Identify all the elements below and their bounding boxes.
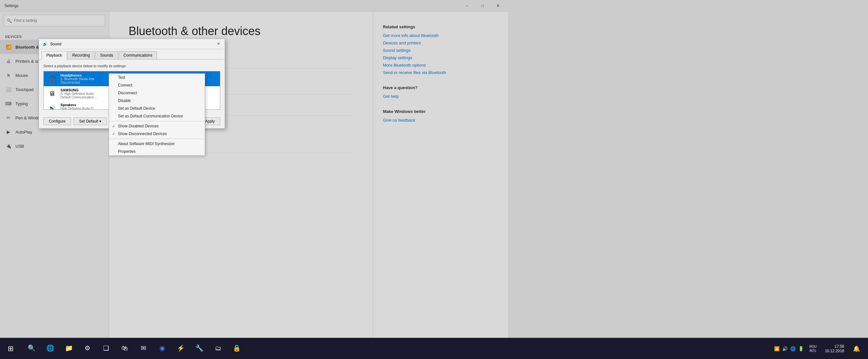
taskbar-settings[interactable]: ⚙ [79, 339, 96, 358]
ctx-set-comm[interactable]: Set as Default Communication Device [109, 112, 205, 120]
send-receive-link[interactable]: Send or receive files via Bluetooth [383, 70, 498, 75]
related-settings-title: Related settings [383, 25, 498, 29]
taskbar-file-explorer[interactable]: 📁 [60, 339, 78, 358]
taskbar-edge[interactable]: 🌐 [41, 339, 59, 358]
feedback-title: Make Windows better [383, 109, 498, 114]
tab-communications[interactable]: Communications [119, 51, 157, 59]
sidebar-item-label-usb: USB [16, 144, 24, 149]
ctx-separator-1 [109, 121, 205, 121]
ctx-test[interactable]: Test [109, 74, 205, 81]
autoplay-icon: ▶ [5, 129, 11, 135]
sound-dialog-icon: 🔊 [43, 42, 48, 46]
configure-button[interactable]: Configure [43, 117, 71, 125]
close-button[interactable]: ✕ [491, 1, 505, 10]
minimize-button[interactable]: − [460, 1, 474, 10]
maximize-button[interactable]: □ [475, 1, 490, 10]
samsung-list-text: SAMSUNG 3- High Definition Audio Default… [60, 88, 96, 99]
page-title: Bluetooth & other devices [129, 25, 353, 38]
related-panel: Related settings Get more info about Blu… [373, 11, 508, 359]
sidebar-item-usb[interactable]: 🔌 USB [0, 139, 109, 153]
feedback-section: Make Windows better Give us feedback [383, 109, 498, 123]
ctx-properties[interactable]: Properties [109, 148, 205, 155]
headphones-status: Disconnected [60, 81, 94, 84]
sidebar-item-label-touchpad: Touchpad [16, 87, 33, 92]
speakers-list-text: Speakers High Definition Audio D Default… [60, 103, 94, 110]
usb-icon: 🔌 [5, 143, 11, 149]
clock-time: 17:56 [825, 344, 844, 349]
sound-dialog-tabs: Playback Recording Sounds Communications [39, 49, 225, 60]
dialog-description: Select a playback device below to modify… [43, 64, 220, 68]
typing-icon: ⌨ [5, 100, 11, 107]
headphones-name: Headphones [60, 73, 94, 77]
have-question-title: Have a question? [383, 85, 498, 90]
sidebar-item-label-typing: Typing [16, 101, 28, 106]
bluetooth-icon: 📶 [5, 44, 11, 50]
speakers-desc: High Definition Audio D [60, 107, 94, 110]
ctx-disconnect[interactable]: Disconnect [109, 89, 205, 97]
samsung-name: SAMSUNG [60, 88, 96, 92]
taskbar-chrome[interactable]: ◉ [153, 339, 171, 358]
touchpad-icon: ⬜ [5, 86, 11, 93]
taskbar-right: 🔼 🔊 🌐 🔋 ROU INTL 17:56 10.12.2018 🔔 [774, 342, 868, 355]
tab-recording[interactable]: Recording [67, 51, 95, 59]
set-default-button[interactable]: Set Default ▾ [73, 117, 107, 125]
clock-date: 10.12.2018 [825, 349, 844, 353]
taskbar-store[interactable]: 🛍 [116, 339, 134, 358]
get-more-info-link[interactable]: Get more info about Bluetooth [383, 33, 498, 38]
systray-network[interactable]: 🌐 [790, 346, 796, 351]
titlebar-controls: − □ ✕ [460, 1, 505, 10]
show-disconnected-check: ✓ [112, 132, 115, 136]
devices-printers-link[interactable]: Devices and printers [383, 40, 498, 46]
more-bluetooth-link[interactable]: More Bluetooth options [383, 63, 498, 67]
sound-dialog-close[interactable]: ✕ [214, 40, 222, 48]
have-question-section: Have a question? Get help [383, 85, 498, 99]
tab-playback[interactable]: Playback [41, 51, 67, 60]
taskbar-mail[interactable]: ✉ [134, 339, 152, 358]
taskbar-unknown1[interactable]: ⚡ [172, 339, 190, 358]
ctx-show-disabled[interactable]: ✓ Show Disabled Devices [109, 122, 205, 130]
taskbar-unknown3[interactable]: 🗂 [209, 339, 227, 358]
start-button[interactable]: ⊞ [0, 338, 21, 359]
get-help-link[interactable]: Get help [383, 94, 498, 99]
speakers-name: Speakers [60, 103, 94, 107]
taskbar-unknown4[interactable]: 🔒 [227, 339, 246, 358]
taskbar-clock[interactable]: 17:56 10.12.2018 [823, 343, 847, 355]
ctx-separator-2 [109, 139, 205, 139]
samsung-list-icon: 🖥 [47, 88, 57, 99]
ctx-connect[interactable]: Connect [109, 81, 205, 89]
related-settings-section: Related settings Get more info about Blu… [383, 25, 498, 75]
settings-window-title: Settings [4, 3, 18, 8]
headphones-list-icon: 🎧 [47, 74, 57, 84]
headphones-desc: 2- Bluetooth Hands-free [60, 77, 94, 81]
speakers-list-icon: 🔊 ✓ [47, 103, 57, 110]
taskbar-task-view[interactable]: ❑ [97, 339, 115, 358]
feedback-link[interactable]: Give us feedback [383, 118, 498, 123]
taskbar-search[interactable]: 🔍 [23, 339, 40, 358]
search-input[interactable] [14, 18, 102, 23]
sound-dialog-titlebar: 🔊 Sound ✕ [39, 39, 225, 49]
sidebar-search-container[interactable]: 🔍 [4, 15, 105, 26]
systray-arrow[interactable]: 🔼 [774, 346, 780, 351]
settings-titlebar: Settings − □ ✕ [0, 0, 508, 11]
lang-code: ROU INTL [809, 345, 816, 353]
ctx-show-disconnected[interactable]: ✓ Show Disconnected Devices [109, 130, 205, 138]
ctx-disable[interactable]: Disable [109, 97, 205, 104]
language-indicator[interactable]: ROU INTL [807, 343, 819, 354]
systray-battery[interactable]: 🔋 [798, 346, 804, 351]
pen-icon: ✏ [5, 115, 11, 121]
ctx-about-midi[interactable]: About Software MIDI Synthesizer [109, 140, 205, 148]
sound-settings-link[interactable]: Sound settings [383, 48, 498, 53]
notification-button[interactable]: 🔔 [850, 342, 863, 355]
systray-volume[interactable]: 🔊 [782, 346, 787, 351]
display-settings-link[interactable]: Display settings [383, 55, 498, 60]
mouse-icon: 🖱 [5, 72, 11, 79]
sound-dialog-title: 🔊 Sound [43, 42, 61, 46]
tab-sounds[interactable]: Sounds [95, 51, 118, 59]
search-icon: 🔍 [7, 18, 12, 23]
samsung-desc: 3- High Definition Audio [60, 92, 96, 95]
taskbar-unknown2[interactable]: 🔧 [190, 339, 208, 358]
taskbar: ⊞ 🔍 🌐 📁 ⚙ ❑ 🛍 ✉ ◉ ⚡ 🔧 🗂 🔒 🔼 🔊 🌐 🔋 ROU IN… [0, 338, 868, 359]
samsung-status: Default Communication... [60, 95, 96, 99]
ctx-set-default[interactable]: Set as Default Device [109, 104, 205, 112]
headphones-list-text: Headphones 2- Bluetooth Hands-free Disco… [60, 73, 94, 84]
